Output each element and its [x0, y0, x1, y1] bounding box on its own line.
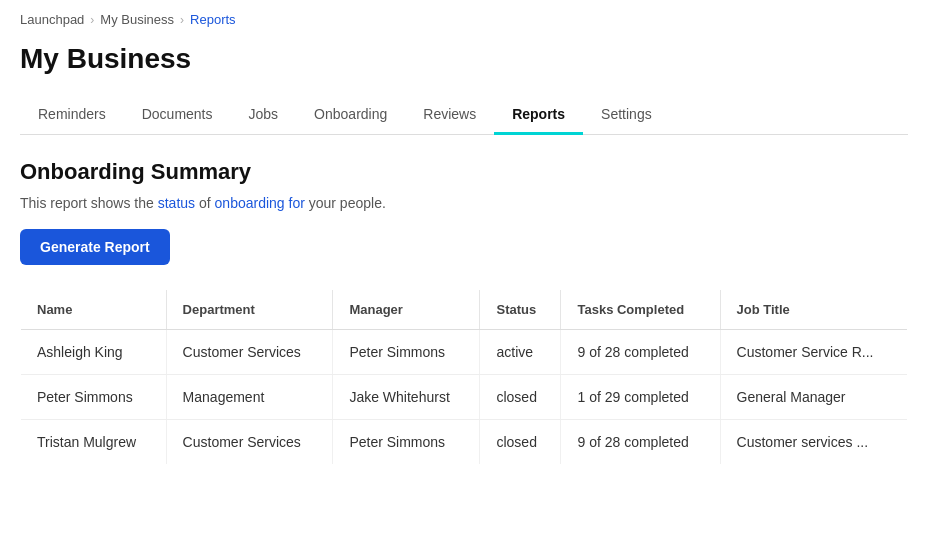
table-header-row: Name Department Manager Status Tasks Com…	[21, 290, 908, 330]
breadcrumb-separator-2: ›	[180, 13, 184, 27]
section-title: Onboarding Summary	[20, 159, 908, 185]
col-header-name: Name	[21, 290, 167, 330]
breadcrumb: Launchpad › My Business › Reports	[20, 12, 908, 27]
section-description: This report shows the status of onboardi…	[20, 195, 908, 211]
cell-job_title-2: Customer services ...	[720, 420, 907, 465]
cell-manager-1: Jake Whitehurst	[333, 375, 480, 420]
breadcrumb-current: Reports	[190, 12, 236, 27]
breadcrumb-separator-1: ›	[90, 13, 94, 27]
cell-status-1: closed	[480, 375, 561, 420]
table-row: Ashleigh KingCustomer ServicesPeter Simm…	[21, 330, 908, 375]
cell-department-0: Customer Services	[166, 330, 333, 375]
desc-highlight-onboarding: onboarding	[215, 195, 285, 211]
cell-name-1: Peter Simmons	[21, 375, 167, 420]
cell-job_title-0: Customer Service R...	[720, 330, 907, 375]
cell-tasks_completed-1: 1 of 29 completed	[561, 375, 720, 420]
table-row: Peter SimmonsManagementJake Whitehurstcl…	[21, 375, 908, 420]
tab-jobs[interactable]: Jobs	[231, 96, 297, 135]
cell-status-2: closed	[480, 420, 561, 465]
cell-tasks_completed-2: 9 of 28 completed	[561, 420, 720, 465]
col-header-department: Department	[166, 290, 333, 330]
page-title: My Business	[20, 43, 908, 75]
desc-highlight-status: status	[158, 195, 195, 211]
desc-highlight-for: for	[289, 195, 305, 211]
tab-onboarding[interactable]: Onboarding	[296, 96, 405, 135]
tab-settings[interactable]: Settings	[583, 96, 670, 135]
tab-reports[interactable]: Reports	[494, 96, 583, 135]
tab-reviews[interactable]: Reviews	[405, 96, 494, 135]
cell-tasks_completed-0: 9 of 28 completed	[561, 330, 720, 375]
col-header-job-title: Job Title	[720, 290, 907, 330]
onboarding-summary-section: Onboarding Summary This report shows the…	[20, 159, 908, 289]
cell-manager-0: Peter Simmons	[333, 330, 480, 375]
generate-report-button[interactable]: Generate Report	[20, 229, 170, 265]
breadcrumb-my-business[interactable]: My Business	[100, 12, 174, 27]
cell-department-2: Customer Services	[166, 420, 333, 465]
onboarding-table: Name Department Manager Status Tasks Com…	[20, 289, 908, 465]
tab-documents[interactable]: Documents	[124, 96, 231, 135]
tabs-nav: Reminders Documents Jobs Onboarding Revi…	[20, 95, 908, 135]
cell-manager-2: Peter Simmons	[333, 420, 480, 465]
breadcrumb-launchpad[interactable]: Launchpad	[20, 12, 84, 27]
table-row: Tristan MulgrewCustomer ServicesPeter Si…	[21, 420, 908, 465]
cell-job_title-1: General Manager	[720, 375, 907, 420]
page-container: Launchpad › My Business › Reports My Bus…	[0, 0, 928, 477]
cell-status-0: active	[480, 330, 561, 375]
col-header-status: Status	[480, 290, 561, 330]
tab-reminders[interactable]: Reminders	[20, 96, 124, 135]
col-header-manager: Manager	[333, 290, 480, 330]
cell-name-2: Tristan Mulgrew	[21, 420, 167, 465]
col-header-tasks: Tasks Completed	[561, 290, 720, 330]
cell-department-1: Management	[166, 375, 333, 420]
cell-name-0: Ashleigh King	[21, 330, 167, 375]
